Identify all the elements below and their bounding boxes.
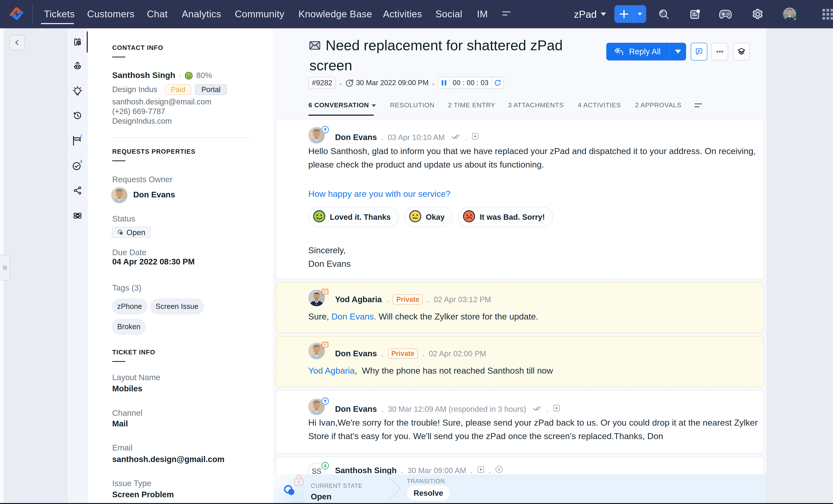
svg-text:4: 4	[80, 159, 82, 164]
svg-text:2: 2	[80, 134, 82, 138]
